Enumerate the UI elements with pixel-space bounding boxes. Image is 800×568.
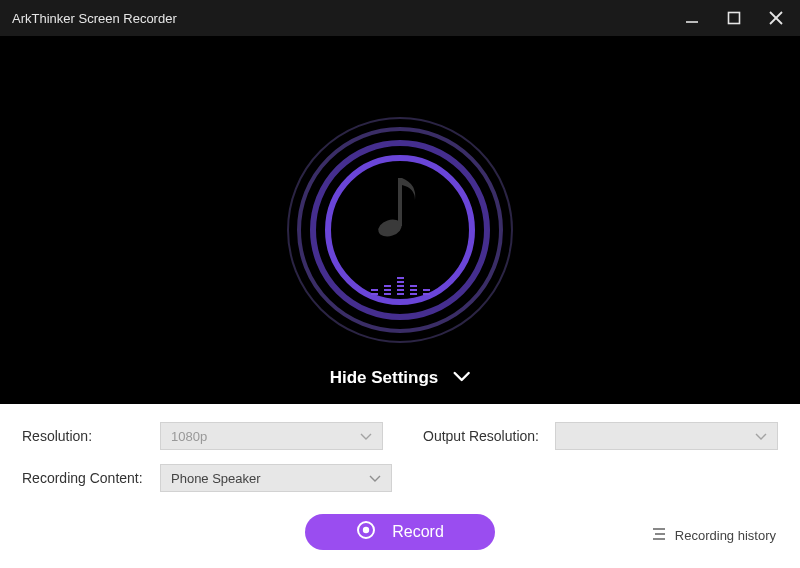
maximize-button[interactable]: [722, 6, 746, 30]
toggle-settings-label: Hide Settings: [330, 368, 439, 388]
minimize-button[interactable]: [680, 6, 704, 30]
close-button[interactable]: [764, 6, 788, 30]
settings-panel: Resolution: 1080p Output Resolution: Rec…: [0, 404, 800, 568]
resolution-select[interactable]: 1080p: [160, 422, 383, 450]
toggle-settings-button[interactable]: Hide Settings: [330, 368, 471, 388]
recording-content-value: Phone Speaker: [171, 471, 261, 486]
recording-content-select[interactable]: Phone Speaker: [160, 464, 392, 492]
music-note-icon: [375, 170, 425, 244]
recording-history-label: Recording history: [675, 528, 776, 543]
equalizer-icon: [371, 277, 430, 295]
chevron-down-icon: [452, 369, 470, 387]
svg-point-7: [363, 527, 369, 533]
list-icon: [651, 527, 667, 544]
output-resolution-label: Output Resolution:: [423, 428, 555, 444]
recording-history-button[interactable]: Recording history: [651, 527, 776, 544]
audio-visualizer: [285, 115, 515, 345]
svg-rect-5: [398, 178, 402, 226]
record-button[interactable]: Record: [305, 514, 495, 550]
recording-content-label: Recording Content:: [22, 470, 160, 486]
main-visual-area: Hide Settings: [0, 36, 800, 404]
output-resolution-select[interactable]: [555, 422, 778, 450]
resolution-label: Resolution:: [22, 428, 160, 444]
app-title: ArkThinker Screen Recorder: [12, 11, 680, 26]
resolution-value: 1080p: [171, 429, 207, 444]
chevron-down-icon: [369, 471, 381, 486]
chevron-down-icon: [360, 429, 372, 444]
svg-rect-1: [729, 13, 740, 24]
chevron-down-icon: [755, 429, 767, 444]
record-icon: [356, 520, 376, 544]
titlebar: ArkThinker Screen Recorder: [0, 0, 800, 36]
record-button-label: Record: [392, 523, 444, 541]
